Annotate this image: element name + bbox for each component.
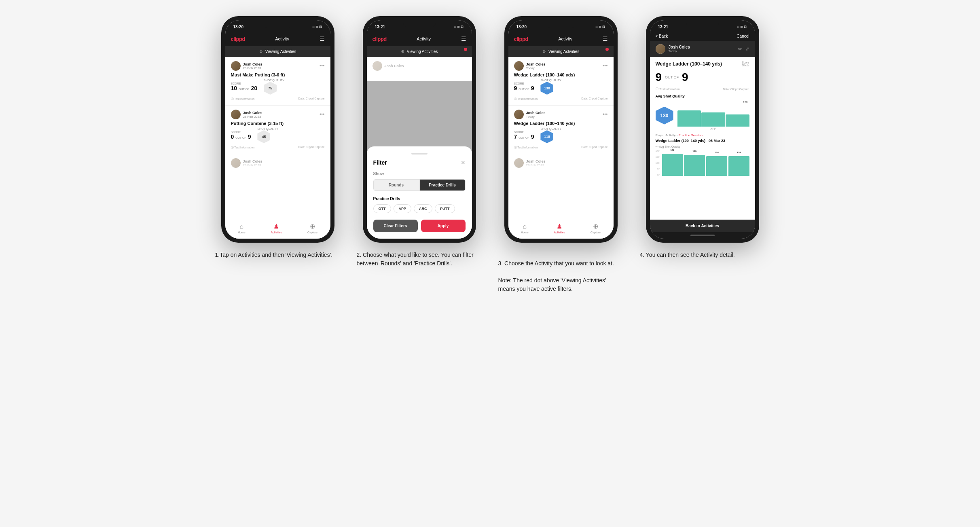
home-label-1: Home bbox=[238, 231, 246, 234]
app-header-1: clippd Activity ☰ bbox=[225, 32, 330, 46]
hamburger-icon-1[interactable]: ☰ bbox=[320, 36, 325, 42]
app-logo-2: clippd bbox=[373, 36, 387, 42]
nav-activities-1[interactable]: ♟ Activities bbox=[271, 222, 282, 234]
back-to-activities-button-4[interactable]: Back to Activities bbox=[650, 220, 755, 232]
apply-button-2[interactable]: Apply bbox=[421, 220, 466, 232]
filter-icon-2: ⚙ bbox=[401, 49, 404, 54]
red-dot-2 bbox=[464, 48, 467, 51]
header-title-2: Activity bbox=[417, 36, 431, 41]
capture-icon-1: ⊕ bbox=[310, 222, 315, 230]
chip-putt-2[interactable]: PUTT bbox=[435, 204, 455, 213]
data-source-1-1: Data: Clippd Capture bbox=[298, 97, 324, 101]
activity-card-3-2[interactable]: Josh Coles Today ••• Wedge Ladder (100–1… bbox=[508, 106, 614, 154]
hamburger-icon-3[interactable]: ☰ bbox=[603, 36, 608, 42]
ghost-avatar-1 bbox=[231, 158, 241, 168]
step-1-caption: 1.Tap on Activities and then 'Viewing Ac… bbox=[215, 251, 341, 259]
edit-icon-4[interactable]: ✏ bbox=[738, 46, 742, 52]
detail-user-name-4: Josh Coles bbox=[669, 45, 690, 49]
drill-chips-2: OTT APP ARG PUTT bbox=[373, 204, 466, 213]
bg-user-2: Josh Coles bbox=[373, 61, 466, 71]
mini-bar-2-4 bbox=[701, 112, 725, 127]
viewing-bar-3[interactable]: ⚙ Viewing Activities bbox=[508, 46, 614, 57]
hex-badge-large-4: 130 bbox=[656, 107, 673, 125]
clear-filters-button-2[interactable]: Clear Filters bbox=[373, 220, 418, 232]
test-info-row-3-1: ⓘ Test Information Data: Clippd Capture bbox=[514, 97, 608, 101]
status-time-3: 13:20 bbox=[516, 25, 527, 29]
chip-ott-2[interactable]: OTT bbox=[373, 204, 391, 213]
nav-home-1[interactable]: ⌂ Home bbox=[238, 223, 246, 234]
detail-score-4: 9 bbox=[656, 71, 662, 84]
filter-tab-rounds-2[interactable]: Rounds bbox=[373, 179, 419, 191]
user-name-1-2: Josh Coles bbox=[243, 111, 262, 115]
more-options-1-2[interactable]: ••• bbox=[320, 112, 325, 117]
shot-quality-badge-1-1: 75 bbox=[264, 82, 277, 95]
big-chart-container-4: 140 120 100 80 60 132 bbox=[656, 150, 749, 176]
score-block-3-2: Score 7 OUT OF 9 bbox=[514, 131, 534, 140]
activity-card-1-2[interactable]: Josh Coles 28 Feb 2023 ••• Putting Combi… bbox=[225, 106, 330, 154]
user-date-1-1: 28 Feb 2023 bbox=[243, 66, 262, 70]
bar-label-3-4: 124 bbox=[715, 151, 719, 154]
capture-icon-3: ⊕ bbox=[593, 222, 598, 230]
avatar-1-2 bbox=[231, 110, 241, 119]
home-bar-4 bbox=[690, 235, 715, 236]
status-icons-4: ▪▪ ≋ ⊡ bbox=[737, 25, 747, 29]
more-options-3-2[interactable]: ••• bbox=[603, 112, 608, 117]
more-options-1-1[interactable]: ••• bbox=[320, 63, 325, 69]
user-info-3-2: Josh Coles Today bbox=[514, 110, 546, 119]
big-bar-3-4: 124 bbox=[706, 156, 727, 176]
stats-row-1-1: Score 10 OUT OF 20 Shot Quality bbox=[231, 79, 325, 95]
test-info-row-3-2: ⓘ Test Information Data: Clippd Capture bbox=[514, 146, 608, 150]
activity-title-1-2: Putting Combine (3-15 ft) bbox=[231, 121, 325, 126]
score-block-3-1: Score 9 OUT OF 9 bbox=[514, 82, 534, 91]
nav-activities-3[interactable]: ♟ Activities bbox=[554, 222, 565, 234]
detail-outof-4: OUT OF bbox=[665, 75, 679, 79]
step-1-column: 13:20 ▪▪ ≋ ⊡ clippd Activity ☰ ⚙ Viewing… bbox=[215, 16, 341, 259]
expand-icon-4[interactable]: ⤢ bbox=[745, 46, 749, 52]
phone-frame-1: 13:20 ▪▪ ≋ ⊡ clippd Activity ☰ ⚙ Viewing… bbox=[221, 16, 334, 243]
back-button-4[interactable]: < Back bbox=[656, 34, 668, 38]
activity-card-1-1[interactable]: Josh Coles 28 Feb 2023 ••• Must Make Put… bbox=[225, 57, 330, 106]
detail-title-4: Wedge Ladder (100–140 yds) bbox=[656, 61, 742, 67]
ghost-card-1: Josh Coles 28 Feb 2023 bbox=[225, 154, 330, 172]
chip-arg-2[interactable]: ARG bbox=[414, 204, 432, 213]
status-icons-3: ▪▪ ≋ ⊡ bbox=[595, 25, 605, 29]
home-label-3: Home bbox=[521, 231, 529, 234]
phone-screen-1: 13:20 ▪▪ ≋ ⊡ clippd Activity ☰ ⚙ Viewing… bbox=[225, 20, 330, 239]
activities-label-3: Activities bbox=[554, 231, 565, 234]
score-value-row-3-2: 7 OUT OF 9 bbox=[514, 133, 534, 140]
phone-frame-2: 13:21 ▪▪ ≋ ⊡ clippd Activity ☰ ⚙ Viewing… bbox=[363, 16, 476, 243]
detail-avatar-4 bbox=[656, 44, 665, 54]
stats-row-1-2: Score 0 OUT OF 9 Shot Quality 4 bbox=[231, 127, 325, 143]
detail-content-4: Wedge Ladder (100–140 yds) Score Shots 9… bbox=[650, 57, 755, 220]
more-options-3-1[interactable]: ••• bbox=[603, 63, 608, 69]
chart-app-label-4: APP bbox=[677, 127, 749, 130]
data-source-1-2: Data: Clippd Capture bbox=[298, 146, 324, 150]
bg-card-2: Josh Coles bbox=[367, 57, 472, 75]
viewing-bar-1[interactable]: ⚙ Viewing Activities bbox=[225, 46, 330, 57]
viewing-bar-text-3: Viewing Activities bbox=[548, 49, 580, 54]
filter-icon-3: ⚙ bbox=[542, 49, 546, 54]
nav-capture-3[interactable]: ⊕ Capture bbox=[591, 222, 601, 234]
nav-home-3[interactable]: ⌂ Home bbox=[521, 223, 529, 234]
chip-app-2[interactable]: APP bbox=[394, 204, 412, 213]
activity-card-3-1[interactable]: Josh Coles Today ••• Wedge Ladder (100–1… bbox=[508, 57, 614, 106]
status-icons-1: ▪▪ ≋ ⊡ bbox=[312, 25, 322, 29]
outof-value-3-1: 9 bbox=[531, 85, 534, 91]
nav-capture-1[interactable]: ⊕ Capture bbox=[307, 222, 317, 234]
bottom-nav-3: ⌂ Home ♟ Activities ⊕ Capture bbox=[508, 219, 614, 239]
phone-screen-4: 13:21 ▪▪ ≋ ⊡ < Back Cancel Josh Coles To… bbox=[650, 20, 755, 239]
shotquality-block-3-1: Shot Quality 130 bbox=[540, 79, 561, 95]
ghost-user-name-3: Josh Coles bbox=[526, 159, 546, 163]
ghost-card-3: Josh Coles 28 Feb 2023 bbox=[508, 154, 614, 172]
viewing-bar-2[interactable]: ⚙ Viewing Activities bbox=[367, 46, 472, 57]
cancel-button-4[interactable]: Cancel bbox=[737, 34, 749, 38]
outof-value-3-2: 9 bbox=[531, 133, 534, 140]
hamburger-icon-2[interactable]: ☰ bbox=[461, 36, 466, 42]
outof-label-1-1: OUT OF bbox=[239, 88, 249, 91]
card-header-1-2: Josh Coles 28 Feb 2023 ••• bbox=[231, 110, 325, 119]
ghost-avatar-3 bbox=[514, 158, 524, 168]
close-button-2[interactable]: ✕ bbox=[461, 159, 466, 166]
activity-title-1-1: Must Make Putting (3-6 ft) bbox=[231, 72, 325, 77]
step-2-caption: 2. Choose what you'd like to see. You ca… bbox=[357, 251, 482, 268]
filter-tab-practice-2[interactable]: Practice Drills bbox=[419, 179, 466, 191]
